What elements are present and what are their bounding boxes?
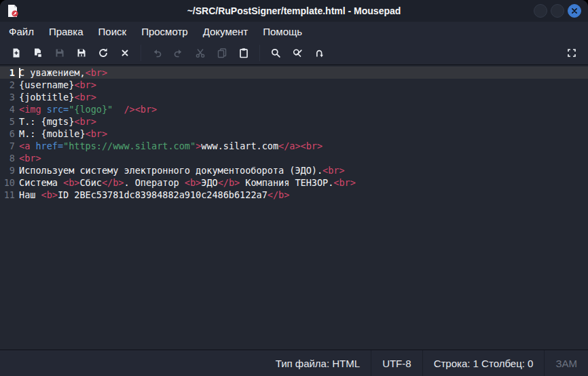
toolbar-buttons bbox=[5, 43, 330, 62]
open-file-icon bbox=[33, 48, 43, 58]
code-token: {jobtitle} bbox=[19, 92, 74, 102]
minimize-button[interactable] bbox=[534, 4, 547, 18]
editor-line-10[interactable]: 10Система <b>Сбис</b>. Оператор <b>ЭДО</… bbox=[0, 176, 588, 189]
code-token: /> bbox=[124, 104, 134, 115]
code-token: <br> bbox=[301, 140, 323, 151]
line-content: С уважением,<br> bbox=[19, 67, 107, 79]
save-icon bbox=[54, 48, 65, 58]
code-token: </a> bbox=[278, 140, 301, 151]
line-number: 4 bbox=[0, 103, 19, 115]
undo-button bbox=[147, 43, 167, 62]
code-token: Наш bbox=[19, 189, 41, 200]
code-token: <br> bbox=[74, 79, 96, 90]
cut-icon bbox=[195, 48, 206, 58]
save-as-icon bbox=[76, 48, 87, 58]
editor-line-9[interactable]: 9Используем систему электронного докумен… bbox=[0, 164, 588, 176]
line-content: Используем систему электронного документ… bbox=[19, 164, 345, 176]
paste-button[interactable] bbox=[234, 43, 254, 62]
line-content: {jobtitle}<br> bbox=[19, 91, 96, 103]
line-number: 2 bbox=[0, 79, 19, 91]
code-token: {username} bbox=[19, 79, 74, 90]
code-token: Сбис bbox=[79, 177, 102, 188]
line-number: 3 bbox=[0, 91, 19, 103]
close-file-icon bbox=[120, 48, 130, 58]
editor-line-2[interactable]: 2{username}<br> bbox=[0, 79, 588, 91]
line-content: <br> bbox=[19, 152, 41, 164]
code-token: <b> bbox=[41, 189, 58, 200]
mousepad-window: ~/SRC/RuPostSigner/template.html - Mouse… bbox=[0, 0, 588, 376]
code-token: . Оператор bbox=[124, 177, 184, 188]
menu-item-file[interactable]: Файл bbox=[1, 24, 41, 39]
menu-item-document[interactable]: Документ bbox=[196, 24, 256, 39]
statusbar: Тип файла: HTML UTF-8 Строка: 1 Столбец:… bbox=[0, 350, 588, 376]
code-token: </b> bbox=[218, 177, 240, 188]
status-cursor-position: Строка: 1 Столбец: 0 bbox=[423, 358, 545, 369]
line-number: 6 bbox=[0, 128, 19, 140]
paste-icon bbox=[238, 48, 249, 58]
editor-line-1[interactable]: 1С уважением,<br> bbox=[0, 67, 588, 79]
search-replace-icon bbox=[292, 48, 303, 58]
line-number: 1 bbox=[0, 67, 19, 79]
code-token: <br> bbox=[135, 104, 158, 115]
code-token: Компания ТЕНЗОР. bbox=[240, 177, 333, 188]
close-button[interactable] bbox=[568, 4, 581, 18]
copy-button bbox=[212, 43, 232, 62]
code-token bbox=[113, 104, 124, 115]
menu-item-search[interactable]: Поиск bbox=[91, 24, 134, 39]
redo-button bbox=[168, 43, 189, 62]
editor-line-6[interactable]: 6М.: {mobile}<br> bbox=[0, 128, 588, 140]
titlebar[interactable]: ~/SRC/RuPostSigner/template.html - Mouse… bbox=[0, 0, 588, 22]
new-file-button[interactable] bbox=[6, 43, 26, 62]
code-token: <br> bbox=[333, 177, 356, 188]
code-token: <b> bbox=[185, 177, 201, 188]
toolbar-right bbox=[561, 43, 583, 62]
code-token: <b> bbox=[63, 177, 79, 188]
code-token: <br> bbox=[74, 92, 96, 102]
code-token: www.silart.com bbox=[201, 140, 278, 151]
line-content: <a href="https://www.silart.com">www.sil… bbox=[19, 140, 323, 152]
menu-item-help[interactable]: Помощь bbox=[255, 24, 310, 39]
search-button[interactable] bbox=[265, 43, 286, 62]
code-token: Т.: {mgts} bbox=[19, 116, 74, 127]
undo-icon bbox=[151, 48, 162, 58]
editor-text-area[interactable]: 1С уважением,<br>2{username}<br>3{jobtit… bbox=[0, 65, 588, 350]
code-token bbox=[41, 104, 47, 115]
reload-button[interactable] bbox=[93, 43, 113, 62]
line-number: 8 bbox=[0, 152, 19, 164]
go-to-button[interactable] bbox=[309, 43, 329, 62]
code-token: "https://www.silart.com" bbox=[63, 140, 196, 151]
save-button bbox=[50, 43, 70, 62]
close-file-button[interactable] bbox=[115, 43, 135, 62]
code-token: <a bbox=[19, 140, 30, 151]
search-icon bbox=[270, 48, 281, 58]
line-content: <img src="{logo}" /><br> bbox=[19, 103, 157, 115]
editor-line-4[interactable]: 4<img src="{logo}" /><br> bbox=[0, 103, 588, 115]
line-content: {username}<br> bbox=[19, 79, 96, 91]
copy-icon bbox=[217, 48, 227, 58]
status-overwrite-mode: ЗАМ bbox=[545, 358, 588, 369]
search-replace-button[interactable] bbox=[287, 43, 308, 62]
code-token: <br> bbox=[86, 128, 108, 139]
editor-line-11[interactable]: 11Наш <b>ID 2BEc53781dc83984882a910c2486… bbox=[0, 189, 588, 201]
reload-icon bbox=[98, 48, 109, 58]
code-token: "{logo}" bbox=[69, 104, 113, 115]
editor-line-7[interactable]: 7<a href="https://www.silart.com">www.si… bbox=[0, 140, 588, 152]
menu-item-view[interactable]: Просмотр bbox=[134, 24, 196, 39]
open-file-button[interactable] bbox=[28, 43, 48, 62]
code-token: </b> bbox=[102, 177, 124, 188]
maximize-button[interactable] bbox=[551, 4, 564, 18]
window-controls bbox=[534, 4, 581, 18]
line-content: М.: {mobile}<br> bbox=[19, 128, 107, 140]
code-token: <br> bbox=[323, 165, 345, 176]
save-as-button[interactable] bbox=[71, 43, 92, 62]
fullscreen-button[interactable] bbox=[562, 43, 582, 62]
menu-item-edit[interactable]: Правка bbox=[41, 24, 91, 39]
line-content: Система <b>Сбис</b>. Оператор <b>ЭДО</b>… bbox=[19, 176, 356, 189]
status-filetype: Тип файла: HTML bbox=[265, 358, 371, 369]
status-encoding: UTF-8 bbox=[371, 358, 422, 369]
editor-line-8[interactable]: 8<br> bbox=[0, 152, 588, 164]
line-number: 11 bbox=[0, 189, 19, 201]
editor-line-5[interactable]: 5Т.: {mgts}<br> bbox=[0, 115, 588, 128]
toolbar-separator bbox=[141, 45, 141, 61]
editor-line-3[interactable]: 3{jobtitle}<br> bbox=[0, 91, 588, 103]
